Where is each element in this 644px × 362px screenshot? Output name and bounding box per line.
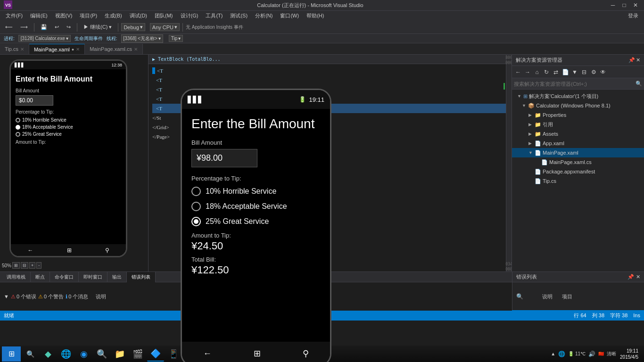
close-tab-mainpage-xaml[interactable]: ✕ xyxy=(76,47,80,52)
taskbar-app-media[interactable]: 🎬 xyxy=(129,346,146,362)
bottom-tab-callstack[interactable]: 调用堆栈 xyxy=(2,272,31,282)
toolbar-config-dropdown[interactable]: Debug ▾ xyxy=(121,23,145,31)
systray-expand[interactable]: ▲ xyxy=(551,351,555,356)
tree-project[interactable]: ▼ 📦 Calculator (Windows Phone 8.1) xyxy=(512,101,644,110)
restore-button[interactable]: □ xyxy=(619,1,629,9)
se-filter-btn[interactable]: ▼ xyxy=(570,68,579,76)
radio-circle-2 xyxy=(16,125,20,130)
bottom-tab-breakpoints[interactable]: 断点 xyxy=(31,272,50,282)
toolbar-save[interactable]: 💾 xyxy=(37,23,50,32)
tree-app-xaml[interactable]: ▶ 📄 App.xaml xyxy=(512,139,644,148)
menu-test[interactable]: 测试(S) xyxy=(226,11,251,20)
toolbar-back[interactable]: ⟵ xyxy=(2,23,16,32)
process-dropdown[interactable]: [3128] Calculator.exe ▾ xyxy=(18,35,71,42)
tree-references[interactable]: ▶ 📁 引用 xyxy=(512,120,644,129)
taskbar-app-vs[interactable]: 🔷 xyxy=(147,346,164,362)
phone-back-button[interactable]: ← xyxy=(203,349,212,359)
tree-assets[interactable]: ▶ 📁 Assets xyxy=(512,129,644,139)
menu-window[interactable]: 窗口(W) xyxy=(276,11,303,20)
se-showfiles-btn[interactable]: 📄 xyxy=(561,68,570,76)
phone-home-button[interactable]: ⊞ xyxy=(254,348,261,359)
toolbar-undo[interactable]: ↩ xyxy=(51,23,62,32)
phone-small-search-btn[interactable]: ⚲ xyxy=(105,247,109,254)
bottom-tab-immediate[interactable]: 即时窗口 xyxy=(79,272,107,282)
systray-sound[interactable]: 🔊 xyxy=(588,351,595,357)
phone-small-back-btn[interactable]: ← xyxy=(28,247,33,254)
taskbar-app-phone[interactable]: 📱 xyxy=(165,346,182,362)
menu-analyze[interactable]: 分析(N) xyxy=(251,11,276,20)
minimize-button[interactable]: ─ xyxy=(608,1,618,9)
se-collapse-btn[interactable]: ⊟ xyxy=(580,68,588,76)
chevron-thread: ▾ xyxy=(158,36,161,41)
taskbar-app-blue1[interactable]: ◆ xyxy=(40,346,57,362)
close-panel-icon[interactable]: ✕ xyxy=(636,57,640,63)
menu-signin[interactable]: 登录 xyxy=(624,11,642,20)
taskbar-app-ie[interactable]: 🌐 xyxy=(58,346,74,362)
tree-manifest[interactable]: 📄 Package.appxmanifest xyxy=(512,167,644,176)
zoom-cols-button[interactable]: ⊟ xyxy=(21,262,28,269)
zoom-expand-button[interactable]: + xyxy=(29,262,35,269)
phone-small-bill-input: $0.00 xyxy=(16,95,53,106)
toolbar-continue[interactable]: ▶ 继续(C) ▾ xyxy=(80,22,115,32)
close-tab-mainpage-xaml-cs[interactable]: ✕ xyxy=(134,47,138,52)
menu-debug[interactable]: 调试(D) xyxy=(126,11,151,20)
se-forward-btn[interactable]: → xyxy=(523,68,532,76)
se-sync-btn[interactable]: ⇄ xyxy=(552,68,560,76)
bottom-tab-errors[interactable]: 错误列表 xyxy=(127,272,156,282)
zoom-shrink-button[interactable]: - xyxy=(36,262,41,269)
solution-search-input[interactable] xyxy=(514,81,636,87)
se-refresh-btn[interactable]: ↻ xyxy=(542,68,551,76)
se-home-btn[interactable]: ⌂ xyxy=(533,68,541,76)
tree-mainpage-xaml-cs[interactable]: 📄 MainPage.xaml.cs xyxy=(512,157,644,167)
tree-arrow-references: ▶ xyxy=(528,122,533,127)
phone-search-button[interactable]: ⚲ xyxy=(303,348,309,359)
bottom-tab-command[interactable]: 命令窗口 xyxy=(50,272,79,282)
zoom-fit-button[interactable]: ⊞ xyxy=(12,262,20,269)
radio-circle-3 xyxy=(16,132,20,137)
tree-tip-cs[interactable]: 📄 Tip.cs xyxy=(512,176,644,186)
tree-solution[interactable]: ▼ ⊞ 解决方案'Calculator'(1 个项目) xyxy=(512,91,644,101)
phone-radio-25[interactable]: 25% Great Service xyxy=(191,217,321,226)
toolbar-redo[interactable]: ↪ xyxy=(63,23,74,32)
se-back-btn[interactable]: ← xyxy=(514,68,522,76)
taskbar-app-search2[interactable]: 🔍 xyxy=(93,346,110,362)
taskbar-app-explorer[interactable]: 📁 xyxy=(111,346,128,362)
phone-bill-input[interactable]: ¥98.00 xyxy=(191,149,257,167)
menu-project[interactable]: 项目(P) xyxy=(76,11,101,20)
menu-design[interactable]: 设计(G) xyxy=(177,11,202,20)
toolbar-platform-dropdown[interactable]: Any CPU ▾ xyxy=(150,23,180,31)
menu-edit[interactable]: 编辑(E) xyxy=(26,11,51,20)
phone-small-amount-label: Amount to Tip: xyxy=(16,140,121,145)
tab-mainpage-xaml-cs[interactable]: MainPage.xaml.cs ✕ xyxy=(85,44,143,54)
pin-icon[interactable]: 📌 xyxy=(628,57,635,63)
tree-manifest-label: Package.appxmanifest xyxy=(543,169,595,174)
close-tab-tip-cs[interactable]: ✕ xyxy=(20,47,24,52)
taskbar-app-blue2[interactable]: ◉ xyxy=(75,346,92,362)
phone-radio-18[interactable]: 18% Acceptable Service xyxy=(191,202,321,211)
bottom-tab-output[interactable]: 输出 xyxy=(107,272,127,282)
tab-mainpage-xaml[interactable]: MainPage.xaml ● ✕ xyxy=(29,44,85,54)
tree-mainpage-xaml[interactable]: ▼ 📄 MainPage.xaml xyxy=(512,148,644,157)
taskbar-app-search[interactable]: 🔍 xyxy=(22,346,39,362)
menu-view[interactable]: 视图(V) xyxy=(51,11,76,20)
menu-build[interactable]: 生成(B) xyxy=(101,11,126,20)
frame-dropdown[interactable]: Tip ▾ xyxy=(169,35,183,42)
phone-radio-10[interactable]: 10% Horrible Service xyxy=(191,187,321,196)
pin-bottom-right[interactable]: 📌 xyxy=(627,274,634,280)
thread-dropdown[interactable]: [3368] <无名称> ▾ xyxy=(121,34,163,43)
se-props-btn[interactable]: ⚙ xyxy=(589,68,598,76)
close-bottom-right[interactable]: ✕ xyxy=(636,274,640,280)
phone-small-home-btn[interactable]: ⊞ xyxy=(67,247,72,254)
filter-icon[interactable]: ▼ xyxy=(4,294,9,299)
toolbar-forward[interactable]: ⟶ xyxy=(17,23,31,32)
taskbar-start-button[interactable]: ⊞ xyxy=(2,346,21,362)
close-button[interactable]: ✕ xyxy=(631,1,640,9)
tree-properties[interactable]: ▶ 📁 Properties xyxy=(512,110,644,120)
tab-tip-cs[interactable]: Tip.cs ✕ xyxy=(0,44,29,54)
menu-tools[interactable]: 工具(T) xyxy=(202,11,226,20)
menu-help[interactable]: 帮助(H) xyxy=(303,11,328,20)
menu-team[interactable]: 团队(M) xyxy=(151,11,177,20)
menu-file[interactable]: 文件(F) xyxy=(2,11,26,20)
taskbar-clock[interactable]: 19:11 2015/4/5 xyxy=(620,348,638,360)
se-preview-btn[interactable]: 👁 xyxy=(599,68,607,76)
